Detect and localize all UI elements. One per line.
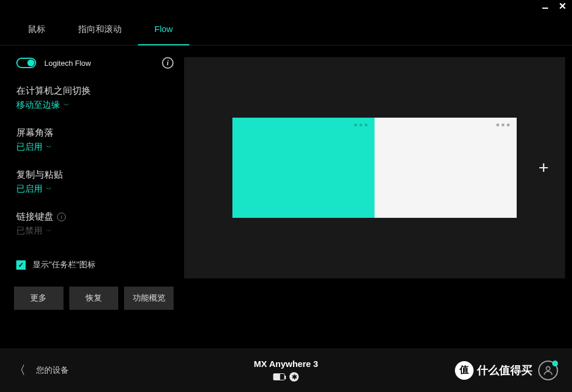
connection-icon: ✱ [289,372,299,382]
flow-toggle[interactable] [16,58,36,68]
taskbar-checkbox[interactable]: ✓ [16,260,26,270]
setting-switch-value-text: 移动至边缘 [16,100,60,111]
screen-1[interactable] [232,118,375,218]
screen-menu-icon[interactable] [354,123,368,126]
user-account-button[interactable] [538,361,558,380]
setting-copypaste-value[interactable]: 已启用 ﹀ [16,183,52,195]
tab-point-scroll[interactable]: 指向和滚动 [62,13,138,45]
watermark-text: 什么值得买 [477,363,532,378]
watermark-badge: 值 [455,361,474,380]
tab-mouse[interactable]: 鼠标 [12,13,62,45]
flow-canvas: + [184,57,565,278]
chevron-down-icon: ﹀ [63,101,69,110]
chevron-left-icon: 〈 [14,362,26,378]
setting-switch-title: 在计算机之间切换 [16,85,174,97]
devices-label: 您的设备 [36,365,69,376]
flow-name-label: Logitech Flow [44,59,91,68]
watermark: 值 什么值得买 [455,361,532,380]
device-name: MX Anywhere 3 [254,359,318,369]
battery-icon [273,373,285,380]
minimize-button[interactable] [542,8,548,9]
screen-2[interactable] [375,118,517,218]
chevron-down-icon: ﹀ [46,185,52,193]
setting-corner-value[interactable]: 已启用 ﹀ [16,142,52,153]
setting-switch-value[interactable]: 移动至边缘 ﹀ [16,100,69,111]
setting-keyboard-value[interactable]: 已禁用 ﹀ [16,225,52,236]
close-button[interactable]: ✕ [559,2,566,11]
overview-button[interactable]: 功能概览 [124,287,174,310]
setting-corner-title: 屏幕角落 [16,127,174,139]
notification-badge [552,361,558,366]
back-to-devices[interactable]: 〈 您的设备 [14,362,69,378]
setting-copypaste-title: 复制与粘贴 [16,169,174,181]
footer-bar: 〈 您的设备 MX Anywhere 3 ✱ 值 什么值得买 [0,348,572,392]
tab-flow[interactable]: Flow [138,13,189,45]
setting-keyboard-title: 链接键盘 i [16,211,174,223]
settings-sidebar: Logitech Flow i 在计算机之间切换 移动至边缘 ﹀ 屏幕角落 已启… [16,57,174,310]
setting-corner-value-text: 已启用 [16,142,43,153]
screen-menu-icon[interactable] [496,123,510,126]
setting-copypaste-value-text: 已启用 [16,183,43,195]
setting-keyboard-title-text: 链接键盘 [16,211,54,223]
chevron-down-icon: ﹀ [46,227,52,235]
info-icon[interactable]: i [162,57,174,69]
add-screen-button[interactable]: + [538,158,549,178]
more-button[interactable]: 更多 [14,287,63,310]
taskbar-checkbox-label: 显示"任务栏"图标 [33,260,96,270]
setting-keyboard-value-text: 已禁用 [16,225,43,236]
restore-button[interactable]: 恢复 [69,287,119,310]
info-icon[interactable]: i [57,213,66,221]
chevron-down-icon: ﹀ [46,143,52,151]
tab-bar: 鼠标 指向和滚动 Flow [0,13,572,45]
svg-point-0 [546,366,550,370]
